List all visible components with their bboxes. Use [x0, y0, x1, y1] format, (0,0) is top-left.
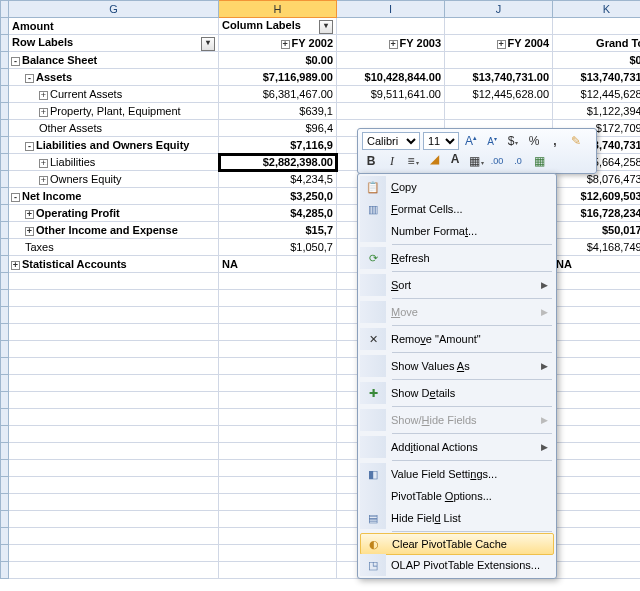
col-header-K[interactable]: K [553, 1, 641, 18]
value-cell[interactable]: $13,740,731.00 [553, 69, 641, 86]
borders-icon[interactable]: ▦▾ [467, 152, 485, 170]
dropdown-icon[interactable]: ▾ [201, 37, 215, 51]
value-cell[interactable]: NA [553, 256, 641, 273]
menu-format-cells[interactable]: ▥Format Cells... [360, 198, 554, 220]
increase-decimal-icon[interactable]: .00 [488, 152, 506, 170]
row-label[interactable]: +Current Assets [9, 86, 219, 103]
collapse-icon[interactable]: - [25, 74, 34, 83]
row-label[interactable]: +Operating Profit [9, 205, 219, 222]
fill-color-icon[interactable]: ◢▾ [425, 152, 443, 170]
row-label[interactable]: Other Assets [9, 120, 219, 137]
menu-value-field-settings[interactable]: ◧Value Field Settings... [360, 463, 554, 485]
value-cell[interactable]: $4,285,0 [219, 205, 337, 222]
row-label[interactable]: -Liabilities and Owners Equity [9, 137, 219, 154]
expand-icon[interactable]: + [25, 210, 34, 219]
percent-icon[interactable]: % [525, 132, 543, 150]
col-header-I[interactable]: I [337, 1, 445, 18]
row-label[interactable]: -Balance Sheet [9, 52, 219, 69]
value-cell[interactable]: $639,1 [219, 103, 337, 120]
value-cell[interactable]: $7,116,9 [219, 137, 337, 154]
row-label[interactable]: +Owners Equity [9, 171, 219, 188]
value-cell[interactable]: $12,609,503.00 [553, 188, 641, 205]
collapse-icon[interactable]: - [25, 142, 34, 151]
value-cell[interactable]: $2,882,398.00 [219, 154, 337, 171]
value-cell[interactable]: $13,740,731.00 [445, 69, 553, 86]
value-cell[interactable]: $0.00 [553, 52, 641, 69]
value-cell[interactable]: $10,428,844.00 [337, 69, 445, 86]
value-cell[interactable]: $16,728,234.50 [553, 205, 641, 222]
collapse-icon[interactable]: - [11, 57, 20, 66]
fy2003-header[interactable]: +FY 2003 [337, 35, 445, 52]
expand-icon[interactable]: + [281, 40, 290, 49]
shrink-font-icon[interactable]: A▾ [483, 132, 501, 150]
value-cell[interactable] [445, 52, 553, 69]
value-cell[interactable] [337, 52, 445, 69]
value-cell[interactable]: $12,445,628.00 [553, 86, 641, 103]
menu-remove[interactable]: ✕Remove "Amount" [360, 328, 554, 350]
value-cell[interactable]: $1,050,7 [219, 239, 337, 256]
col-header-J[interactable]: J [445, 1, 553, 18]
expand-icon[interactable]: + [39, 91, 48, 100]
value-cell[interactable]: $96,4 [219, 120, 337, 137]
align-center-icon[interactable]: ≡▾ [404, 152, 422, 170]
menu-clear-cache[interactable]: ◐Clear PivotTable Cache [360, 533, 554, 555]
row-labels-cell[interactable]: Row Labels▾ [9, 35, 219, 52]
column-labels-cell[interactable]: Column Labels▾ [219, 18, 337, 35]
filter-icon[interactable]: ▾ [319, 20, 333, 34]
bold-button[interactable]: B [362, 152, 380, 170]
font-color-icon[interactable]: A▾ [446, 152, 464, 170]
value-cell[interactable]: $3,250,0 [219, 188, 337, 205]
expand-icon[interactable]: + [39, 176, 48, 185]
value-cell[interactable]: $15,7 [219, 222, 337, 239]
menu-olap-extensions[interactable]: ◳OLAP PivotTable Extensions... [360, 554, 554, 576]
menu-sort[interactable]: Sort▶ [360, 274, 554, 296]
row-label[interactable]: -Assets [9, 69, 219, 86]
fontsize-select[interactable]: 11 [423, 132, 459, 150]
row-label[interactable]: +Liabilities [9, 154, 219, 171]
expand-icon[interactable]: + [25, 227, 34, 236]
value-cell[interactable] [445, 103, 553, 120]
fy2004-header[interactable]: +FY 2004 [445, 35, 553, 52]
menu-copy[interactable]: 📋Copy [360, 176, 554, 198]
value-cell[interactable]: $50,017.50 [553, 222, 641, 239]
expand-icon[interactable]: + [497, 40, 506, 49]
format-painter-icon[interactable]: ✎ [567, 132, 585, 150]
collapse-icon[interactable]: - [11, 193, 20, 202]
grow-font-icon[interactable]: A▴ [462, 132, 480, 150]
expand-icon[interactable]: + [39, 159, 48, 168]
expand-icon[interactable]: + [39, 108, 48, 117]
currency-icon[interactable]: $▾ [504, 132, 522, 150]
menu-hide-field-list[interactable]: ▤Hide Field List [360, 507, 554, 529]
menu-additional-actions[interactable]: Additional Actions▶ [360, 436, 554, 458]
menu-refresh[interactable]: ⟳Refresh [360, 247, 554, 269]
value-cell[interactable]: $1,122,394.00 [553, 103, 641, 120]
value-cell[interactable]: $4,234,5 [219, 171, 337, 188]
decrease-decimal-icon[interactable]: .0 [509, 152, 527, 170]
row-label[interactable]: Taxes [9, 239, 219, 256]
font-select[interactable]: Calibri [362, 132, 420, 150]
italic-button[interactable]: I [383, 152, 401, 170]
expand-icon[interactable]: + [389, 40, 398, 49]
value-cell[interactable]: $7,116,989.00 [219, 69, 337, 86]
menu-number-format[interactable]: Number Format... [360, 220, 554, 242]
value-cell[interactable] [337, 103, 445, 120]
expand-icon[interactable]: + [11, 261, 20, 270]
value-cell[interactable]: $9,511,641.00 [337, 86, 445, 103]
col-header-G[interactable]: G [9, 1, 219, 18]
value-cell[interactable]: $12,445,628.00 [445, 86, 553, 103]
menu-pivot-options[interactable]: PivotTable Options... [360, 485, 554, 507]
col-header-H[interactable]: H [219, 1, 337, 18]
merge-icon[interactable]: ▦ [530, 152, 548, 170]
row-label[interactable]: +Statistical Accounts [9, 256, 219, 273]
value-cell[interactable]: $0.00 [219, 52, 337, 69]
menu-show-values[interactable]: Show Values As▶ [360, 355, 554, 377]
row-label[interactable]: -Net Income [9, 188, 219, 205]
comma-icon[interactable]: , [546, 132, 564, 150]
row-label[interactable]: +Other Income and Expense [9, 222, 219, 239]
fy2002-header[interactable]: +FY 2002 [219, 35, 337, 52]
menu-show-details[interactable]: ✚Show Details [360, 382, 554, 404]
value-cell[interactable]: $4,168,749.00 [553, 239, 641, 256]
value-cell[interactable]: NA [219, 256, 337, 273]
row-label[interactable]: +Property, Plant, Equipment [9, 103, 219, 120]
value-cell[interactable]: $6,381,467.00 [219, 86, 337, 103]
